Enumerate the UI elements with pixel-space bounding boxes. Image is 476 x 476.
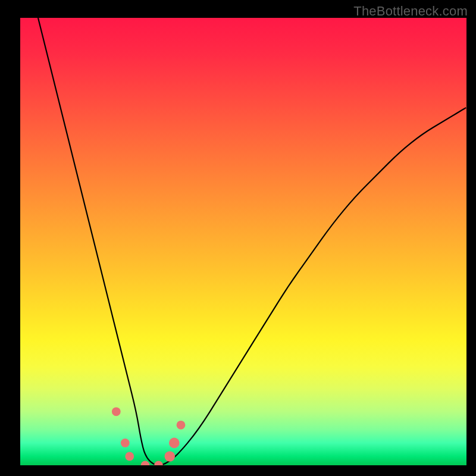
curve-marker xyxy=(154,461,163,465)
curve-marker xyxy=(112,407,121,416)
plot-area xyxy=(20,18,466,465)
watermark-text: TheBottleneck.com xyxy=(353,4,468,19)
curve-marker xyxy=(121,439,130,447)
bottleneck-curve xyxy=(38,18,466,465)
curve-marker xyxy=(177,421,186,430)
curve-marker xyxy=(125,452,134,461)
chart-frame: TheBottleneck.com xyxy=(0,0,476,476)
curve-marker xyxy=(165,451,176,462)
curve-marker xyxy=(141,461,150,465)
curve-marker xyxy=(169,438,180,449)
bottleneck-curve-svg xyxy=(20,18,466,465)
curve-markers xyxy=(112,407,185,465)
